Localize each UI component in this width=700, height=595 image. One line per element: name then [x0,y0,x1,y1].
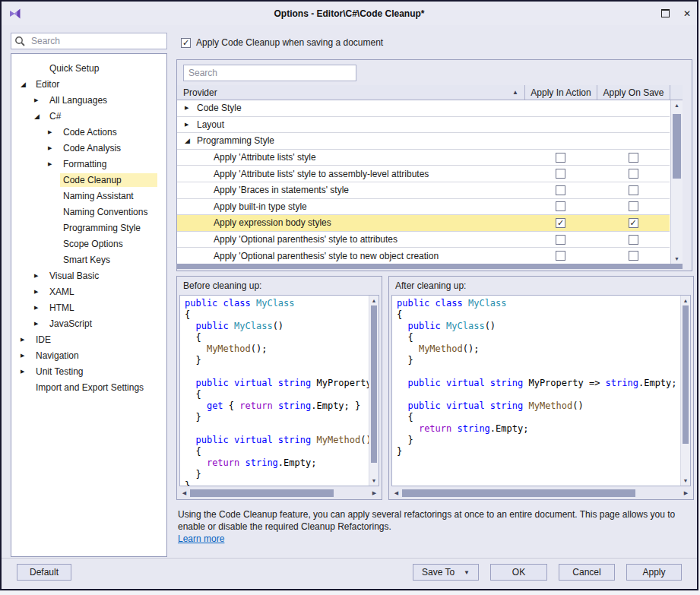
after-vscrollbar-thumb[interactable] [683,305,689,444]
default-button[interactable]: Default [17,564,71,581]
chevron-collapsed-icon[interactable]: ▶ [34,305,46,311]
provider-item-label: Apply built-in type style [214,201,307,212]
tree-item-quick-setup[interactable]: Quick Setup [11,60,166,76]
tree-item-xaml[interactable]: ▶XAML [11,283,166,299]
column-header-provider[interactable]: Provider ▲ [177,85,525,100]
scroll-right-icon[interactable]: ▶ [369,489,379,498]
provider-search-input[interactable] [183,65,356,81]
scroll-up-icon[interactable]: ▲ [369,296,379,305]
scroll-left-icon[interactable]: ◀ [179,489,189,498]
after-hscrollbar-thumb[interactable] [402,489,635,497]
scroll-down-icon[interactable]: ▼ [671,254,683,264]
after-vertical-scrollbar[interactable]: ▲ ▼ [680,296,690,486]
before-horizontal-scrollbar[interactable]: ◀ ▶ [179,489,379,498]
apply-in-action-checkbox[interactable] [556,153,565,163]
chevron-collapsed-icon[interactable]: ▶ [48,145,60,151]
tree-item-navigation[interactable]: ▶Navigation [11,347,166,363]
tree-item-c#[interactable]: ◢C# [11,108,166,124]
tree-item-smart-keys[interactable]: Smart Keys [11,252,166,267]
apply-in-action-checkbox[interactable] [556,201,565,211]
tree-item-programming-style[interactable]: Programming Style [11,220,166,236]
chevron-expanded-icon[interactable]: ◢ [185,137,197,144]
tree-item-ide[interactable]: ▶IDE [11,331,166,347]
table-hscrollbar-thumb[interactable] [177,264,683,269]
cancel-button[interactable]: Cancel [559,564,615,581]
save-to-button[interactable]: Save To ▼ [413,564,479,581]
chevron-collapsed-icon[interactable]: ▶ [185,105,197,111]
table-horizontal-scrollbar[interactable] [177,264,683,269]
tree-item-code-analysis[interactable]: ▶Code Analysis [11,140,166,156]
chevron-collapsed-icon[interactable]: ▶ [34,321,46,327]
apply-in-action-checkbox[interactable] [556,169,565,179]
apply-on-save-checkbox[interactable] [629,153,638,163]
maximize-icon[interactable] [661,9,670,17]
chevron-collapsed-icon[interactable]: ▶ [21,369,33,375]
apply-in-action-checkbox[interactable] [556,185,565,195]
apply-on-save-checkbox[interactable] [629,201,638,211]
scroll-up-icon[interactable]: ▲ [671,100,683,111]
table-row-apply-braces-in-statements-style[interactable]: Apply 'Braces in statements' style [177,182,670,199]
table-row-code-style[interactable]: ▶Code Style [177,100,670,117]
apply-in-action-checkbox[interactable]: ✓ [556,218,565,228]
tree-item-naming-assistant[interactable]: Naming Assistant [11,188,166,204]
scroll-right-icon[interactable]: ▶ [681,489,691,498]
tree-item-formatting[interactable]: ▶Formatting [11,156,166,172]
chevron-expanded-icon[interactable]: ◢ [34,112,46,120]
apply-on-save-checkbox[interactable] [629,251,638,261]
title-bar[interactable]: Options - Editor\C#\Code Cleanup* ✕ [2,2,697,25]
table-row-apply-optional-parenthesis-style-to-new-object-creation[interactable]: Apply 'Optional parenthesis' style to ne… [177,248,670,264]
chevron-collapsed-icon[interactable]: ▶ [34,273,46,279]
table-row-apply-expression-body-styles[interactable]: Apply expression body styles✓✓ [177,215,670,232]
before-hscrollbar-thumb[interactable] [190,489,334,497]
tree-item-scope-options[interactable]: Scope Options [11,236,166,252]
tree-item-naming-conventions[interactable]: Naming Conventions [11,204,166,220]
chevron-collapsed-icon[interactable]: ▶ [21,353,33,359]
column-header-apply-in-action[interactable]: Apply In Action [525,85,597,100]
tree-item-import-and-export-settings[interactable]: Import and Export Settings [11,379,166,395]
apply-in-action-cell [524,251,597,261]
table-row-programming-style[interactable]: ◢Programming Style [177,133,670,150]
table-scrollbar-thumb[interactable] [673,114,681,179]
tree-item-code-cleanup[interactable]: Code Cleanup [11,172,166,188]
after-horizontal-scrollbar[interactable]: ◀ ▶ [391,489,691,498]
apply-on-save-checkbox[interactable] [629,185,638,195]
apply-on-save-checkbox[interactable] [629,235,638,245]
table-row-apply-optional-parenthesis-style-to-attributes[interactable]: Apply 'Optional parenthesis' style to at… [177,232,670,248]
scroll-left-icon[interactable]: ◀ [391,489,401,498]
tree-item-visual-basic[interactable]: ▶Visual Basic [11,267,166,283]
table-row-apply-built-in-type-style[interactable]: Apply built-in type style [177,199,670,216]
before-vertical-scrollbar[interactable]: ▲ ▼ [369,296,379,486]
tree-item-code-actions[interactable]: ▶Code Actions [11,124,166,140]
tree-item-html[interactable]: ▶HTML [11,299,166,315]
table-row-apply-attribute-lists-style[interactable]: Apply 'Attribute lists' style [177,150,670,166]
scroll-up-icon[interactable]: ▲ [681,296,690,305]
scroll-down-icon[interactable]: ▼ [681,476,690,486]
apply-in-action-checkbox[interactable] [556,251,565,261]
chevron-collapsed-icon[interactable]: ▶ [34,97,46,103]
sidebar-search-input[interactable] [11,33,167,49]
apply-code-cleanup-checkbox[interactable]: ✓ [181,38,191,48]
chevron-collapsed-icon[interactable]: ▶ [21,337,33,343]
tree-item-javascript[interactable]: ▶JavaScript [11,315,166,331]
table-row-layout[interactable]: ▶Layout [177,117,670,134]
scroll-down-icon[interactable]: ▼ [369,476,379,486]
tree-item-all-languages[interactable]: ▶All Languages [11,92,166,108]
apply-on-save-checkbox[interactable]: ✓ [629,218,638,228]
chevron-collapsed-icon[interactable]: ▶ [185,122,197,128]
chevron-expanded-icon[interactable]: ◢ [21,81,33,88]
chevron-collapsed-icon[interactable]: ▶ [34,289,46,295]
close-icon[interactable]: ✕ [683,9,691,18]
ok-button[interactable]: OK [490,564,547,581]
chevron-collapsed-icon[interactable]: ▶ [48,129,60,135]
learn-more-link[interactable]: Learn more [178,533,224,544]
tree-item-editor[interactable]: ◢Editor [11,76,166,92]
apply-button[interactable]: Apply [626,564,682,581]
apply-in-action-checkbox[interactable] [556,235,565,245]
table-row-apply-attribute-lists-style-to-assembly-level-attributes[interactable]: Apply 'Attribute lists' style to assembl… [177,166,670,182]
tree-item-unit-testing[interactable]: ▶Unit Testing [11,363,166,379]
chevron-collapsed-icon[interactable]: ▶ [48,161,60,167]
column-header-apply-on-save[interactable]: Apply On Save [597,85,670,100]
table-vertical-scrollbar[interactable]: ▲ ▼ [670,100,683,264]
before-vscrollbar-thumb[interactable] [371,305,377,463]
apply-on-save-checkbox[interactable] [629,169,638,179]
